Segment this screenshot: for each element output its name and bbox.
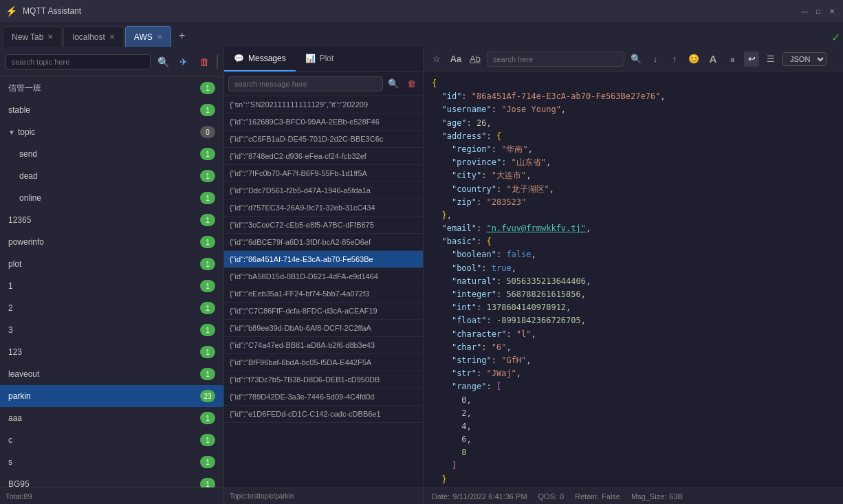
topic-list: 信管一班 1 stable 1 ▼ topic 0 send 1 dead 1 … bbox=[0, 77, 223, 487]
sidebar-item-xingguan[interactable]: 信管一班 1 bbox=[0, 77, 223, 99]
sidebar-item-online[interactable]: online 1 bbox=[0, 187, 223, 209]
list-item[interactable]: {"id":"162689C3-BFC0-99AA-2EBb-e528F46 bbox=[224, 113, 423, 131]
resize-handle[interactable] bbox=[217, 55, 218, 69]
qos-value: 0 bbox=[560, 492, 564, 501]
list-item[interactable]: {"id":"7fFc0b70-AF7f-B6F9-55Fb-1d1ff5A bbox=[224, 165, 423, 182]
sidebar: 🔍 ✈ 🗑 信管一班 1 stable 1 ▼ topic 0 send 1 bbox=[0, 47, 224, 504]
list-item[interactable]: {"id":"eEeb35a1-FF24-bf74-5bb7-4a072f3 bbox=[224, 285, 423, 303]
bold-button[interactable]: Aa bbox=[448, 52, 463, 67]
sidebar-item-3[interactable]: 3 1 bbox=[0, 319, 223, 341]
messages-list: {"sn":"SN202111111111129","it":"202209 {… bbox=[224, 96, 423, 487]
list-item[interactable]: {"id":"3cCceC72-cEb5-e8f5-A7BC-dFfB675 bbox=[224, 217, 423, 234]
maximize-button[interactable]: □ bbox=[813, 6, 824, 17]
app-icon: ⚡ bbox=[6, 6, 17, 17]
star-button[interactable]: ☆ bbox=[429, 52, 444, 67]
tab-label: localhost bbox=[72, 32, 105, 42]
tab-plot[interactable]: 📊 Plot bbox=[296, 47, 344, 72]
sidebar-item-powerinfo[interactable]: powerinfo 1 bbox=[0, 231, 223, 253]
list-item[interactable]: {"id":"b89ee39d-DbAb-6Af8-DCFf-2C2ffaA bbox=[224, 320, 423, 337]
list-item[interactable]: {"id":"C74a47ed-BB81-aD8A-b2f6-d8b3e43 bbox=[224, 337, 423, 354]
connection-status: ✓ bbox=[831, 31, 840, 44]
list-item[interactable]: {"id":"e1D6FEDd-cD1C-C142-cadc-cDBB6e1 bbox=[224, 406, 423, 423]
status-bar: Date: 9/11/2022 6:41:36 PM QOS: 0 Retain… bbox=[424, 487, 843, 504]
tabbar: New Tab ✕ localhost ✕ AWS ✕ + ✓ bbox=[0, 22, 843, 47]
underline-button[interactable]: Ab bbox=[468, 52, 483, 67]
sidebar-item-dead[interactable]: dead 1 bbox=[0, 165, 223, 187]
messages-tabs: 💬 Messages 📊 Plot bbox=[224, 47, 423, 72]
json-search-input[interactable] bbox=[487, 52, 624, 67]
font-up-button[interactable]: A bbox=[705, 52, 721, 67]
list-item[interactable]: {"id":"bA58D15d-0B1D-D621-4dFA-e9d1464 bbox=[224, 268, 423, 285]
sidebar-item-s[interactable]: s 1 bbox=[0, 451, 223, 473]
download-button[interactable]: ↓ bbox=[648, 52, 663, 67]
sidebar-item-send[interactable]: send 1 bbox=[0, 143, 223, 165]
list-item[interactable]: {"id":"d757EC34-26A9-9c71-32eb-31cC434 bbox=[224, 199, 423, 217]
list-item[interactable]: {"id":"Ddc7D561-f2b5-d47A-1946-a5fda1a bbox=[224, 182, 423, 199]
sidebar-item-parkin[interactable]: parkin 23 bbox=[0, 385, 223, 407]
format-select[interactable]: JSON RAW HEX bbox=[782, 52, 826, 66]
list-item[interactable]: {"id":"86a451Af-714e-E3cA-ab70-Fe563Be bbox=[224, 251, 423, 268]
sidebar-item-stable[interactable]: stable 1 bbox=[0, 99, 223, 121]
date-status: Date: 9/11/2022 6:41:36 PM bbox=[432, 492, 527, 501]
size-value: 63B bbox=[669, 492, 683, 501]
delete-button[interactable]: 🗑 bbox=[196, 54, 212, 70]
qos-status: QOS: 0 bbox=[538, 492, 565, 501]
sidebar-footer: Total:89 bbox=[0, 487, 223, 504]
messages-footer: Topic:testtopic/parkin bbox=[224, 487, 423, 504]
tab-close-newtab[interactable]: ✕ bbox=[47, 33, 53, 41]
sidebar-item-1[interactable]: 1 1 bbox=[0, 275, 223, 297]
sidebar-item-c[interactable]: c 1 bbox=[0, 429, 223, 451]
minimize-button[interactable]: — bbox=[799, 6, 810, 17]
sidebar-item-2[interactable]: 2 1 bbox=[0, 297, 223, 319]
sidebar-item-topic[interactable]: ▼ topic 0 bbox=[0, 121, 223, 143]
message-search-input[interactable] bbox=[228, 76, 383, 91]
list-item[interactable]: {"sn":"SN202111111111129","it":"202209 bbox=[224, 96, 423, 113]
retain-value: False bbox=[602, 492, 620, 501]
message-search-button[interactable]: 🔍 bbox=[386, 76, 401, 91]
messages-toolbar: 🔍 🗑 bbox=[224, 72, 423, 96]
window-controls: — □ ✕ bbox=[799, 6, 837, 17]
list-item[interactable]: {"id":"cC6FB1aD-DE45-701D-2d2C-BBE3C6c bbox=[224, 131, 423, 148]
main-layout: 🔍 ✈ 🗑 信管一班 1 stable 1 ▼ topic 0 send 1 bbox=[0, 47, 843, 504]
app-title: MQTT Assistant bbox=[23, 6, 793, 16]
upload-button[interactable]: ↑ bbox=[667, 52, 682, 67]
sidebar-item-12365[interactable]: 12365 1 bbox=[0, 209, 223, 231]
list-view-button[interactable]: ☰ bbox=[763, 52, 778, 67]
topic-search-input[interactable] bbox=[6, 54, 151, 69]
list-item[interactable]: {"id":"f73Dc7b5-7B38-D8D6-DEB1-cD950DB bbox=[224, 371, 423, 388]
tab-localhost[interactable]: localhost ✕ bbox=[63, 26, 123, 47]
messages-tab-label: Messages bbox=[248, 54, 286, 63]
sidebar-item-bg95[interactable]: BG95 1 bbox=[0, 473, 223, 487]
emoji-button[interactable]: 😊 bbox=[686, 52, 701, 67]
json-search-button[interactable]: 🔍 bbox=[628, 52, 644, 67]
tab-close-localhost[interactable]: ✕ bbox=[109, 33, 115, 41]
list-item[interactable]: {"id":"BfF96baf-6bdA-bc05-f5DA-E442F5A bbox=[224, 354, 423, 371]
date-label: Date: bbox=[432, 492, 450, 501]
tab-messages[interactable]: 💬 Messages bbox=[224, 47, 296, 72]
titlebar: ⚡ MQTT Assistant — □ ✕ bbox=[0, 0, 843, 22]
messages-panel: 💬 Messages 📊 Plot 🔍 🗑 {"sn":"SN202111111… bbox=[224, 47, 424, 504]
font-down-button[interactable]: a bbox=[725, 52, 740, 67]
tab-newtab[interactable]: New Tab ✕ bbox=[3, 26, 62, 47]
list-item[interactable]: {"id":"C7C86FfF-dcfa-8FDC-d3cA-aCEAF19 bbox=[224, 303, 423, 320]
sidebar-item-aaa[interactable]: aaa 1 bbox=[0, 407, 223, 429]
json-content: { "id": "86a451Af-714e-E3cA-ab70-Fe563Be… bbox=[424, 72, 843, 487]
tab-label: AWS bbox=[134, 32, 153, 42]
add-tab-button[interactable]: + bbox=[173, 26, 192, 45]
sidebar-item-123[interactable]: 123 1 bbox=[0, 341, 223, 363]
list-item[interactable]: {"id":"6dBCE79f-a6D1-3fDf-bcA2-85eD6ef bbox=[224, 234, 423, 251]
messages-icon: 💬 bbox=[234, 54, 244, 63]
close-button[interactable]: ✕ bbox=[826, 6, 837, 17]
tab-aws[interactable]: AWS ✕ bbox=[125, 26, 171, 47]
message-delete-button[interactable]: 🗑 bbox=[404, 76, 419, 91]
send-button[interactable]: ✈ bbox=[175, 54, 192, 70]
sidebar-item-leaveout[interactable]: leaveout 1 bbox=[0, 363, 223, 385]
plot-tab-label: Plot bbox=[320, 54, 334, 63]
tab-close-aws[interactable]: ✕ bbox=[157, 33, 162, 41]
list-item[interactable]: {"id":"789D42DE-3a3e-7446-5d09-4C4fd0d bbox=[224, 388, 423, 406]
search-button[interactable]: 🔍 bbox=[155, 54, 171, 70]
back-button[interactable]: ↩ bbox=[744, 52, 759, 67]
plot-icon: 📊 bbox=[305, 54, 316, 63]
list-item[interactable]: {"id":"8748edC2-d936-eFea-cf24-fcb32ef bbox=[224, 148, 423, 165]
sidebar-item-plot[interactable]: plot 1 bbox=[0, 253, 223, 275]
